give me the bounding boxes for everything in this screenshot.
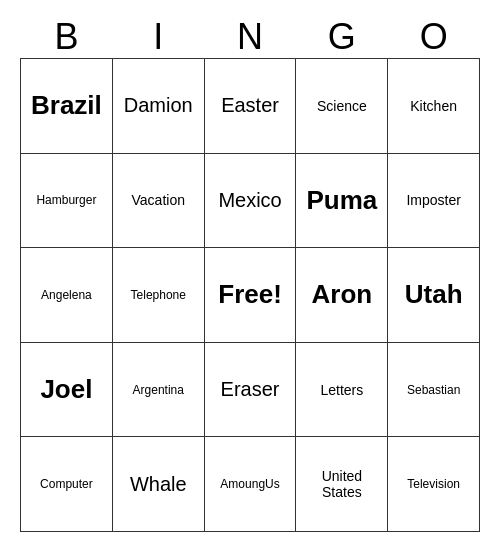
cell-text-2-3: Aron bbox=[300, 252, 383, 338]
cell-text-0-1: Damion bbox=[117, 63, 200, 149]
cell-text-1-0: Hamburger bbox=[25, 158, 108, 244]
bingo-grid: B I N G O BrazilDamionEasterScienceKitch… bbox=[20, 16, 480, 532]
cell-1-0[interactable]: Hamburger bbox=[21, 153, 113, 248]
cell-4-1[interactable]: Whale bbox=[112, 437, 204, 532]
cell-0-4[interactable]: Kitchen bbox=[388, 59, 480, 154]
cell-text-2-4: Utah bbox=[392, 252, 475, 338]
header-o: O bbox=[388, 16, 480, 59]
cell-3-3[interactable]: Letters bbox=[296, 342, 388, 437]
cell-2-4[interactable]: Utah bbox=[388, 248, 480, 343]
cell-text-2-1: Telephone bbox=[117, 252, 200, 338]
cell-text-0-0: Brazil bbox=[25, 63, 108, 149]
cell-text-4-0: Computer bbox=[25, 441, 108, 527]
cell-3-4[interactable]: Sebastian bbox=[388, 342, 480, 437]
cell-text-4-4: Television bbox=[392, 441, 475, 527]
cell-text-4-2: AmoungUs bbox=[209, 441, 292, 527]
cell-text-1-3: Puma bbox=[300, 158, 383, 244]
grid-row-0: BrazilDamionEasterScienceKitchen bbox=[21, 59, 480, 154]
grid-row-2: AngelenaTelephoneFree!AronUtah bbox=[21, 248, 480, 343]
header-row: B I N G O bbox=[21, 16, 480, 59]
cell-3-0[interactable]: Joel bbox=[21, 342, 113, 437]
cell-3-2[interactable]: Eraser bbox=[204, 342, 296, 437]
cell-text-3-2: Eraser bbox=[209, 347, 292, 433]
grid-row-4: ComputerWhaleAmoungUsUnited StatesTelevi… bbox=[21, 437, 480, 532]
cell-2-1[interactable]: Telephone bbox=[112, 248, 204, 343]
cell-0-3[interactable]: Science bbox=[296, 59, 388, 154]
cell-1-1[interactable]: Vacation bbox=[112, 153, 204, 248]
cell-2-2[interactable]: Free! bbox=[204, 248, 296, 343]
cell-1-3[interactable]: Puma bbox=[296, 153, 388, 248]
cell-text-0-3: Science bbox=[300, 63, 383, 149]
header-i: I bbox=[112, 16, 204, 59]
cell-text-2-0: Angelena bbox=[25, 252, 108, 338]
cell-text-2-2: Free! bbox=[209, 252, 292, 338]
cell-text-4-3: United States bbox=[300, 441, 383, 527]
cell-text-3-1: Argentina bbox=[117, 347, 200, 433]
header-b: B bbox=[21, 16, 113, 59]
cell-1-2[interactable]: Mexico bbox=[204, 153, 296, 248]
cell-text-0-2: Easter bbox=[209, 63, 292, 149]
cell-text-0-4: Kitchen bbox=[392, 63, 475, 149]
header-n: N bbox=[204, 16, 296, 59]
cell-4-2[interactable]: AmoungUs bbox=[204, 437, 296, 532]
cell-text-4-1: Whale bbox=[117, 441, 200, 527]
cell-2-3[interactable]: Aron bbox=[296, 248, 388, 343]
cell-1-4[interactable]: Imposter bbox=[388, 153, 480, 248]
header-g: G bbox=[296, 16, 388, 59]
cell-3-1[interactable]: Argentina bbox=[112, 342, 204, 437]
grid-row-3: JoelArgentinaEraserLettersSebastian bbox=[21, 342, 480, 437]
cell-text-3-4: Sebastian bbox=[392, 347, 475, 433]
cell-2-0[interactable]: Angelena bbox=[21, 248, 113, 343]
cell-0-2[interactable]: Easter bbox=[204, 59, 296, 154]
cell-4-0[interactable]: Computer bbox=[21, 437, 113, 532]
cell-4-4[interactable]: Television bbox=[388, 437, 480, 532]
cell-text-3-0: Joel bbox=[25, 347, 108, 433]
cell-4-3[interactable]: United States bbox=[296, 437, 388, 532]
cell-text-1-4: Imposter bbox=[392, 158, 475, 244]
bingo-card: B I N G O BrazilDamionEasterScienceKitch… bbox=[20, 12, 480, 532]
grid-row-1: HamburgerVacationMexicoPumaImposter bbox=[21, 153, 480, 248]
cell-text-1-2: Mexico bbox=[209, 158, 292, 244]
cell-0-0[interactable]: Brazil bbox=[21, 59, 113, 154]
cell-0-1[interactable]: Damion bbox=[112, 59, 204, 154]
cell-text-1-1: Vacation bbox=[117, 158, 200, 244]
cell-text-3-3: Letters bbox=[300, 347, 383, 433]
